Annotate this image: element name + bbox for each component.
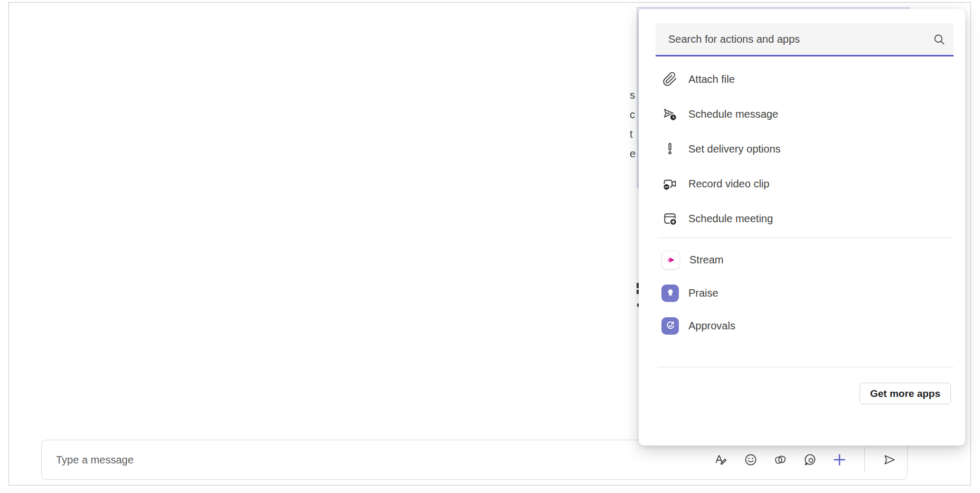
popup-divider	[658, 238, 954, 238]
get-more-apps-button[interactable]: Get more apps	[860, 383, 951, 404]
chat-extension-button[interactable]	[802, 452, 818, 468]
chat-bubble-icon	[802, 452, 817, 467]
text-format-button[interactable]	[713, 452, 729, 468]
app-item-label: Praise	[688, 287, 718, 299]
app-item-label: Approvals	[688, 320, 735, 332]
occluded-text-fragment: e	[630, 147, 637, 160]
actions-apps-popup: Attach file Schedule message Set deliver…	[639, 9, 965, 445]
menu-item-schedule-message[interactable]: Schedule message	[639, 101, 965, 127]
emoji-icon	[743, 452, 758, 467]
compose-toolbar	[713, 440, 898, 479]
menu-item-set-delivery-options[interactable]: Set delivery options	[639, 136, 965, 162]
search-icon	[932, 32, 946, 46]
send-icon	[882, 452, 897, 467]
menu-item-schedule-meeting[interactable]: Schedule meeting	[639, 206, 965, 231]
loop-icon	[773, 452, 788, 467]
approvals-app-icon	[661, 317, 679, 335]
menu-item-label: Schedule meeting	[688, 213, 773, 225]
schedule-message-icon	[661, 105, 679, 123]
schedule-meeting-icon	[661, 210, 679, 227]
record-video-icon	[661, 175, 679, 193]
compose-placeholder: Type a message	[56, 440, 134, 479]
app-item-label: Stream	[689, 254, 723, 266]
menu-item-label: Set delivery options	[688, 143, 781, 155]
app-item-approvals[interactable]: Approvals	[639, 313, 965, 338]
occluded-text-fragment: s	[630, 88, 637, 102]
occluded-text-fragment: t	[630, 127, 637, 141]
toolbar-divider	[864, 448, 865, 472]
loop-component-button[interactable]	[772, 452, 788, 468]
popup-divider	[658, 367, 954, 367]
praise-app-icon	[661, 285, 679, 302]
menu-item-record-video-clip[interactable]: Record video clip	[639, 171, 965, 196]
app-item-praise[interactable]: Praise	[639, 280, 965, 306]
send-button[interactable]	[882, 452, 898, 468]
delivery-options-icon	[661, 140, 679, 158]
plus-icon	[832, 452, 847, 468]
stream-app-icon	[661, 251, 680, 269]
attach-icon	[661, 70, 679, 88]
menu-item-label: Attach file	[688, 73, 735, 86]
message-compose-box[interactable]: Type a message	[41, 440, 908, 480]
occluded-text-fragment: c	[630, 108, 637, 121]
menu-item-label: Record video clip	[688, 178, 769, 190]
popup-search-field[interactable]	[656, 23, 954, 56]
app-item-stream[interactable]: Stream	[639, 247, 965, 272]
menu-item-label: Schedule message	[688, 108, 778, 120]
text-format-icon	[714, 452, 729, 467]
emoji-button[interactable]	[743, 452, 759, 468]
menu-item-attach-file[interactable]: Attach file	[639, 67, 965, 92]
add-actions-button[interactable]	[832, 452, 847, 468]
search-input[interactable]	[667, 33, 932, 46]
